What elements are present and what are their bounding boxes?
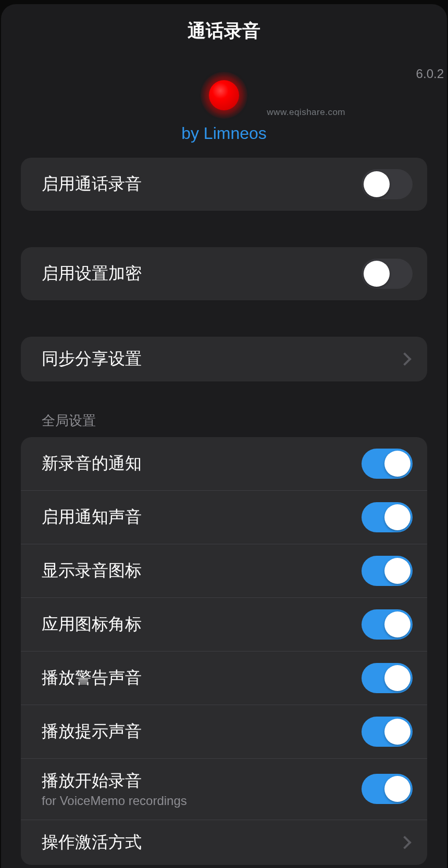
- app-badge-toggle[interactable]: [362, 609, 413, 640]
- global-section-header: 全局设置: [1, 404, 447, 437]
- enable-recording-label: 启用通话录音: [42, 173, 142, 195]
- sync-share-label: 同步分享设置: [42, 348, 142, 370]
- play-start-label: 播放开始录音: [42, 770, 187, 792]
- show-icon-label: 显示录音图标: [42, 560, 142, 582]
- new-recording-notify-row: 新录音的通知: [21, 437, 427, 490]
- enable-recording-toggle[interactable]: [362, 169, 413, 199]
- show-icon-toggle[interactable]: [362, 556, 413, 586]
- enable-encryption-label: 启用设置加密: [42, 263, 142, 285]
- app-badge-label: 应用图标角标: [42, 614, 142, 635]
- new-recording-notify-toggle[interactable]: [362, 449, 413, 479]
- enable-recording-row: 启用通话录音: [21, 158, 427, 211]
- page-title: 通话录音: [1, 19, 447, 43]
- play-prompt-label: 播放提示声音: [42, 721, 142, 743]
- enable-encryption-toggle[interactable]: [362, 259, 413, 289]
- activation-label: 操作激活方式: [42, 832, 142, 853]
- play-warning-row: 播放警告声音: [21, 651, 427, 705]
- show-icon-row: 显示录音图标: [21, 544, 427, 597]
- settings-panel: 通话录音 6.0.2 www.eqishare.com by Limneos 启…: [1, 4, 447, 868]
- sync-share-row[interactable]: 同步分享设置: [21, 337, 427, 381]
- enable-sound-row: 启用通知声音: [21, 490, 427, 544]
- logo-section: www.eqishare.com by Limneos: [1, 72, 447, 143]
- record-icon: [201, 72, 247, 119]
- app-badge-row: 应用图标角标: [21, 597, 427, 651]
- play-prompt-row: 播放提示声音: [21, 705, 427, 758]
- watermark-text: www.eqishare.com: [267, 107, 345, 118]
- play-prompt-toggle[interactable]: [362, 717, 413, 747]
- enable-encryption-row: 启用设置加密: [21, 247, 427, 300]
- chevron-right-icon: [398, 352, 411, 365]
- chevron-right-icon: [398, 836, 411, 849]
- play-start-toggle[interactable]: [362, 774, 413, 804]
- play-warning-toggle[interactable]: [362, 663, 413, 693]
- play-start-sublabel: for VoiceMemo recordings: [42, 794, 187, 808]
- play-start-row: 播放开始录音 for VoiceMemo recordings: [21, 758, 427, 820]
- enable-sound-toggle[interactable]: [362, 502, 413, 532]
- new-recording-notify-label: 新录音的通知: [42, 453, 142, 475]
- byline-link[interactable]: by Limneos: [1, 124, 447, 143]
- enable-sound-label: 启用通知声音: [42, 506, 142, 528]
- activation-row[interactable]: 操作激活方式: [21, 820, 427, 865]
- play-warning-label: 播放警告声音: [42, 667, 142, 689]
